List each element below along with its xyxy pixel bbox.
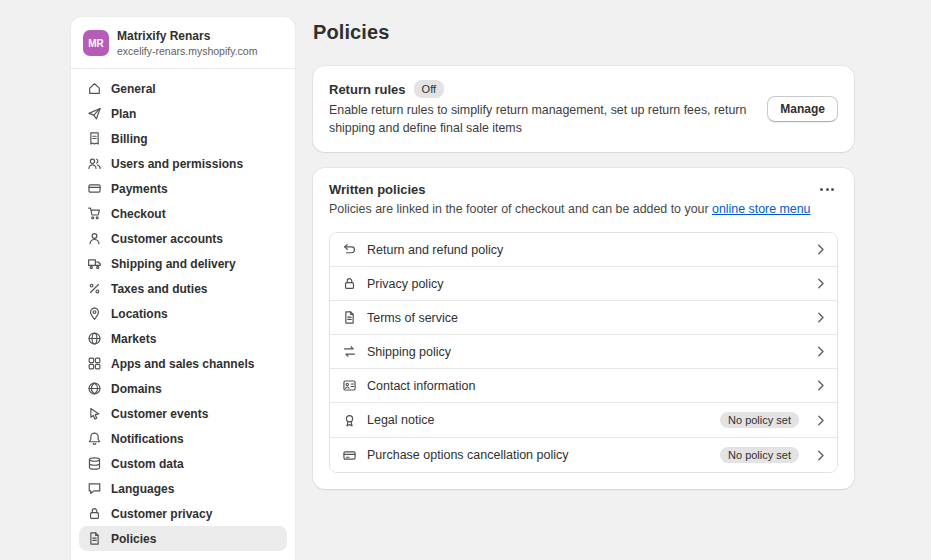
- grid-icon: [87, 356, 102, 371]
- chevron-right-icon: [817, 450, 825, 461]
- sidebar-item-notifications[interactable]: Notifications: [79, 426, 287, 451]
- domains-icon: [87, 381, 102, 396]
- sidebar-item-locations[interactable]: Locations: [79, 301, 287, 326]
- contact-icon: [342, 378, 357, 393]
- sidebar-item-label: Checkout: [111, 207, 166, 221]
- policy-label: Return and refund policy: [367, 243, 807, 257]
- sidebar-item-label: Plan: [111, 107, 136, 121]
- sidebar-item-customer-privacy[interactable]: Customer privacy: [79, 501, 287, 526]
- policy-label: Shipping policy: [367, 345, 807, 359]
- chevron-right-icon: [817, 415, 825, 426]
- policy-status-badge: No policy set: [720, 447, 799, 463]
- billing-icon: [87, 131, 102, 146]
- sidebar-item-label: Users and permissions: [111, 157, 243, 171]
- manage-button[interactable]: Manage: [767, 96, 838, 122]
- page-title: Policies: [313, 21, 854, 44]
- sidebar-item-markets[interactable]: Markets: [79, 326, 287, 351]
- sidebar-item-label: Languages: [111, 482, 174, 496]
- return-rules-status-badge: Off: [414, 80, 444, 98]
- sidebar-item-label: General: [111, 82, 156, 96]
- sidebar-item-customer-events[interactable]: Customer events: [79, 401, 287, 426]
- sidebar-item-label: Notifications: [111, 432, 184, 446]
- sidebar-item-users-and-permissions[interactable]: Users and permissions: [79, 151, 287, 176]
- sidebar-item-payments[interactable]: Payments: [79, 176, 287, 201]
- policy-row-legal-notice[interactable]: Legal noticeNo policy set: [330, 402, 837, 437]
- online-store-menu-link[interactable]: online store menu: [712, 202, 811, 216]
- return-rules-title: Return rules: [329, 82, 406, 97]
- sidebar-item-label: Customer privacy: [111, 507, 212, 521]
- truck-icon: [87, 256, 102, 271]
- written-policies-card: Written policies Policies are linked in …: [313, 168, 854, 489]
- document-icon: [87, 531, 102, 546]
- sidebar-item-label: Customer accounts: [111, 232, 223, 246]
- shopify-settings-page: MR Matrixify Renars excelify-renars.mysh…: [0, 0, 931, 560]
- sidebar-item-languages[interactable]: Languages: [79, 476, 287, 501]
- store-avatar: MR: [83, 30, 109, 56]
- horizontal-dots-icon: [820, 188, 823, 191]
- chevron-right-icon: [817, 346, 825, 357]
- sidebar-item-billing[interactable]: Billing: [79, 126, 287, 151]
- payments-icon: [87, 181, 102, 196]
- tax-icon: [87, 281, 102, 296]
- sidebar-item-custom-data[interactable]: Custom data: [79, 451, 287, 476]
- globe-icon: [87, 331, 102, 346]
- users-icon: [87, 156, 102, 171]
- written-policies-title: Written policies: [329, 182, 811, 197]
- store-name: Matrixify Renars: [117, 29, 257, 44]
- return-icon: [342, 242, 357, 257]
- sidebar-item-label: Apps and sales channels: [111, 357, 254, 371]
- settings-sidebar: MR Matrixify Renars excelify-renars.mysh…: [70, 16, 296, 560]
- policy-row-purchase-options-cancellation-policy[interactable]: Purchase options cancellation policyNo p…: [330, 437, 837, 472]
- policy-label: Purchase options cancellation policy: [367, 448, 710, 462]
- document-icon: [342, 310, 357, 325]
- sidebar-item-label: Domains: [111, 382, 162, 396]
- sidebar-item-domains[interactable]: Domains: [79, 376, 287, 401]
- sidebar-item-checkout[interactable]: Checkout: [79, 201, 287, 226]
- store-domain: excelify-renars.myshopify.com: [117, 45, 257, 57]
- sidebar-item-taxes-and-duties[interactable]: Taxes and duties: [79, 276, 287, 301]
- sidebar-item-label: Policies: [111, 532, 156, 546]
- sidebar-item-shipping-and-delivery[interactable]: Shipping and delivery: [79, 251, 287, 276]
- sidebar-item-customer-accounts[interactable]: Customer accounts: [79, 226, 287, 251]
- return-rules-card: Return rules Off Enable return rules to …: [313, 66, 854, 152]
- return-rules-description: Enable return rules to simplify return m…: [329, 102, 751, 138]
- sidebar-item-label: Markets: [111, 332, 156, 346]
- shipping-icon: [342, 344, 357, 359]
- policy-row-shipping-policy[interactable]: Shipping policy: [330, 334, 837, 368]
- legal-icon: [342, 413, 357, 428]
- chevron-right-icon: [817, 244, 825, 255]
- written-policies-description-text: Policies are linked in the footer of che…: [329, 202, 709, 216]
- lock-icon: [342, 276, 357, 291]
- policy-label: Privacy policy: [367, 277, 807, 291]
- written-policies-description: Policies are linked in the footer of che…: [329, 201, 811, 219]
- policy-label: Terms of service: [367, 311, 807, 325]
- sidebar-item-label: Shipping and delivery: [111, 257, 236, 271]
- sidebar-item-label: Locations: [111, 307, 168, 321]
- sidebar-item-label: Billing: [111, 132, 148, 146]
- sidebar-item-policies[interactable]: Policies: [79, 526, 287, 551]
- sidebar-item-general[interactable]: General: [79, 76, 287, 101]
- card-icon: [342, 448, 357, 463]
- sidebar-item-apps-and-sales-channels[interactable]: Apps and sales channels: [79, 351, 287, 376]
- database-icon: [87, 456, 102, 471]
- policy-label: Contact information: [367, 379, 807, 393]
- person-icon: [87, 231, 102, 246]
- store-header[interactable]: MR Matrixify Renars excelify-renars.mysh…: [71, 17, 295, 69]
- more-actions-button[interactable]: [816, 182, 838, 197]
- sidebar-item-label: Payments: [111, 182, 168, 196]
- policy-row-privacy-policy[interactable]: Privacy policy: [330, 266, 837, 300]
- policy-row-terms-of-service[interactable]: Terms of service: [330, 300, 837, 334]
- policy-row-return-and-refund-policy[interactable]: Return and refund policy: [330, 233, 837, 266]
- chevron-right-icon: [817, 312, 825, 323]
- checkout-icon: [87, 206, 102, 221]
- sidebar-item-plan[interactable]: Plan: [79, 101, 287, 126]
- policy-row-contact-information[interactable]: Contact information: [330, 368, 837, 402]
- policy-label: Legal notice: [367, 413, 710, 427]
- settings-nav: GeneralPlanBillingUsers and permissionsP…: [71, 69, 295, 558]
- store-avatar-initials: MR: [88, 38, 104, 49]
- sidebar-item-label: Customer events: [111, 407, 208, 421]
- plan-icon: [87, 106, 102, 121]
- policy-list: Return and refund policyPrivacy policyTe…: [329, 232, 838, 473]
- chevron-right-icon: [817, 278, 825, 289]
- policy-status-badge: No policy set: [720, 412, 799, 428]
